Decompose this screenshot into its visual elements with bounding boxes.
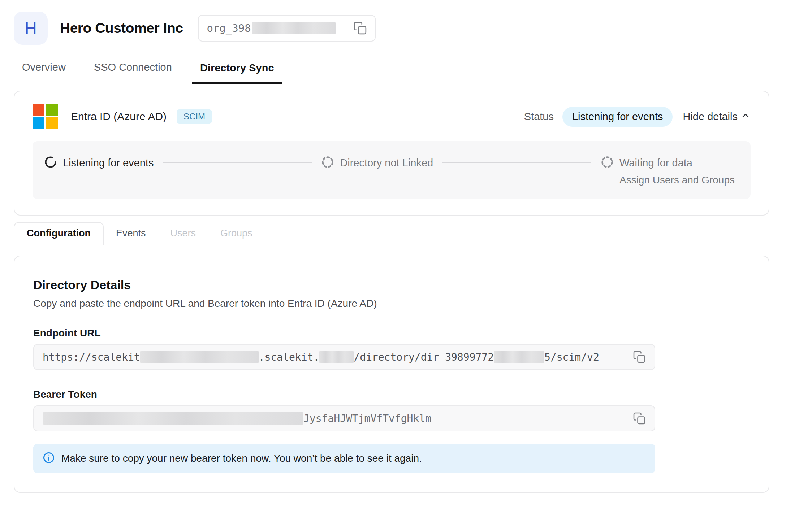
page-content: H Hero Customer Inc org_398 Overview SSO… [14, 11, 769, 493]
main-tab-bar: Overview SSO Connection Directory Sync [14, 61, 769, 83]
section-title: Directory Details [33, 278, 750, 292]
org-avatar: H [14, 12, 48, 45]
copy-icon [353, 21, 367, 35]
ms-logo-square-blue [33, 117, 44, 129]
step-waiting-for-data: Waiting for data Assign Users and Groups [601, 156, 735, 186]
endpoint-url-label: Endpoint URL [33, 327, 750, 339]
copy-icon [633, 351, 646, 364]
org-id-field: org_398 [198, 15, 376, 42]
org-header: H Hero Customer Inc org_398 [14, 11, 769, 45]
copy-endpoint-url-button[interactable] [633, 351, 646, 364]
bearer-token-value: JysfaHJWTjmVfTvfgHklm [43, 412, 633, 425]
code-text: JysfaHJWTjmVfTvfgHklm [303, 413, 431, 425]
dashed-circle-icon [601, 156, 614, 170]
provider-row: Entra ID (Azure AD) SCIM Status Listenin… [33, 104, 751, 130]
redacted-text [252, 22, 336, 34]
page-title: Hero Customer Inc [60, 20, 183, 36]
tab-sso-connection[interactable]: SSO Connection [86, 61, 180, 83]
redacted-text [140, 351, 259, 363]
ms-logo-square-red [33, 104, 44, 116]
info-icon [43, 452, 55, 465]
copy-bearer-token-button[interactable] [633, 412, 646, 425]
tab-overview[interactable]: Overview [14, 61, 74, 83]
hide-details-label: Hide details [683, 111, 738, 123]
chevron-up-icon [740, 110, 751, 123]
step-label: Directory not Linked [340, 157, 433, 169]
copy-org-id-button[interactable] [353, 21, 367, 35]
provider-card: Entra ID (Azure AD) SCIM Status Listenin… [14, 91, 769, 216]
redacted-text [494, 351, 544, 363]
redacted-text [319, 351, 354, 363]
section-description: Copy and paste the endpoint URL and Bear… [33, 298, 750, 309]
step-sublabel: Assign Users and Groups [619, 174, 735, 186]
tab-users[interactable]: Users [158, 223, 208, 245]
step-listening-for-events: Listening for events [44, 156, 154, 170]
copy-icon [633, 412, 646, 425]
step-directory-not-linked: Directory not Linked [321, 156, 433, 170]
avatar-letter: H [25, 18, 36, 38]
code-text: /directory/dir_39899772 [354, 351, 494, 363]
directory-sub-tab-bar: Configuration Events Users Groups [14, 222, 769, 245]
hide-details-button[interactable]: Hide details [683, 110, 751, 123]
bearer-token-field: JysfaHJWTjmVfTvfgHklm [33, 405, 655, 431]
code-text: org_398 [207, 22, 251, 34]
sync-steps-strip: Listening for events Directory not Linke… [33, 141, 751, 199]
directory-details-card: Directory Details Copy and paste the end… [14, 256, 769, 493]
scim-badge: SCIM [177, 109, 212, 124]
microsoft-logo-icon [33, 104, 59, 130]
dashed-circle-icon [321, 156, 334, 170]
ms-logo-square-yellow [46, 117, 58, 129]
org-id-value: org_398 [207, 22, 353, 34]
tab-groups[interactable]: Groups [208, 223, 265, 245]
info-banner-text: Make sure to copy your new bearer token … [61, 453, 422, 464]
step-label: Listening for events [63, 157, 154, 169]
endpoint-url-value: https://scalekit.scalekit./directory/dir… [43, 351, 633, 363]
code-text: 5/scim/v2 [544, 351, 599, 363]
status-badge: Listening for events [562, 107, 673, 127]
status-label: Status [524, 111, 554, 123]
tab-events[interactable]: Events [104, 223, 158, 245]
step-connector [442, 162, 591, 163]
tab-directory-sync[interactable]: Directory Sync [192, 62, 282, 84]
code-text: https://scalekit [43, 351, 140, 363]
endpoint-url-field: https://scalekit.scalekit./directory/dir… [33, 344, 655, 370]
bearer-token-label: Bearer Token [33, 389, 750, 400]
step-label: Waiting for data [619, 157, 692, 169]
token-info-banner: Make sure to copy your new bearer token … [33, 444, 655, 473]
code-text: .scalekit. [259, 351, 320, 363]
redacted-text [43, 412, 303, 425]
step-connector [163, 162, 312, 163]
tab-configuration[interactable]: Configuration [14, 222, 104, 245]
ms-logo-square-green [46, 104, 58, 116]
provider-name: Entra ID (Azure AD) [71, 110, 167, 123]
spinner-icon [44, 156, 57, 170]
